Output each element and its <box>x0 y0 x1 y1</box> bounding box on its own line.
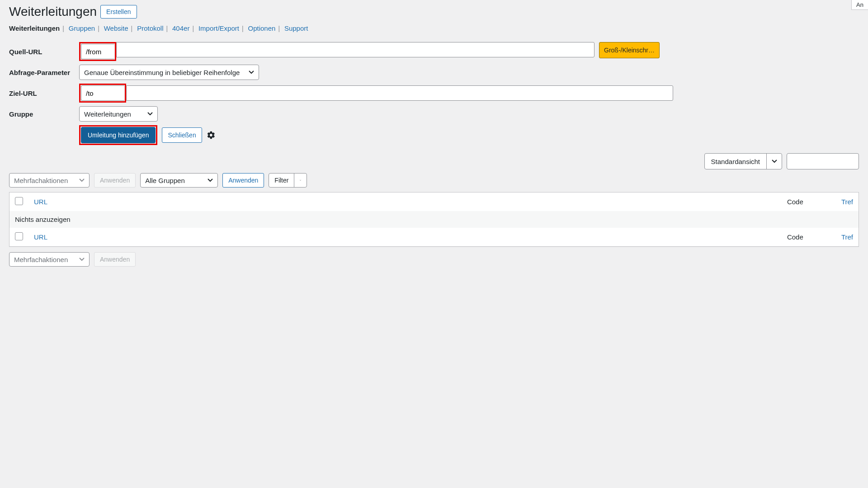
bulk-apply-button[interactable]: Anwenden <box>94 173 136 188</box>
gear-icon[interactable] <box>207 131 216 140</box>
group-filter-apply-button[interactable]: Anwenden <box>222 173 264 188</box>
separator: | <box>278 25 280 32</box>
group-select[interactable]: Weiterleitungen <box>79 106 158 122</box>
tab-website[interactable]: Website <box>104 24 128 32</box>
chevron-down-icon <box>249 70 254 74</box>
select-all-checkbox-foot[interactable] <box>15 232 23 240</box>
separator: | <box>62 25 64 32</box>
source-url-input-cont[interactable] <box>116 42 594 57</box>
bulk-actions-select[interactable]: Mehrfachaktionen <box>9 173 90 188</box>
page-title: Weiterleitungen <box>9 5 97 19</box>
view-label: Standardansicht <box>705 154 766 169</box>
search-input[interactable] <box>787 153 859 169</box>
chevron-down-icon <box>208 178 213 182</box>
col-url-footer[interactable]: URL <box>34 233 47 241</box>
query-param-label: Abfrage-Parameter <box>9 63 79 82</box>
col-code-header: Code <box>787 198 803 206</box>
query-param-value: Genaue Übereinstimmung in beliebiger Rei… <box>84 69 240 76</box>
bulk-apply-button-bottom[interactable]: Anwenden <box>94 252 136 267</box>
query-param-select[interactable]: Genaue Übereinstimmung in beliebiger Rei… <box>79 65 259 80</box>
tab-options[interactable]: Optionen <box>248 24 276 32</box>
table-empty-text: Nichts anzuzeigen <box>9 211 859 228</box>
tab-support[interactable]: Support <box>284 24 308 32</box>
create-button[interactable]: Erstellen <box>100 5 137 19</box>
group-value: Weiterleitungen <box>84 110 131 118</box>
table-empty-row: Nichts anzuzeigen <box>9 211 859 228</box>
chevron-down-icon[interactable] <box>766 154 782 169</box>
group-filter-select[interactable]: Alle Gruppen <box>140 173 218 188</box>
tab-groups[interactable]: Gruppen <box>69 24 95 32</box>
add-redirect-button[interactable]: Umleitung hinzufügen <box>81 127 156 143</box>
bulk-actions-select-bottom[interactable]: Mehrfachaktionen <box>9 252 90 267</box>
col-hits-footer[interactable]: Tref <box>841 233 853 241</box>
bulk-actions-label: Mehrfachaktionen <box>14 177 68 184</box>
filter-label: Filter <box>269 174 294 187</box>
tab-protocol[interactable]: Protokoll <box>137 24 163 32</box>
separator: | <box>192 25 194 32</box>
view-select[interactable]: Standardansicht <box>704 153 782 169</box>
tab-404[interactable]: 404er <box>172 24 189 32</box>
target-url-input-cont[interactable] <box>126 85 673 101</box>
col-code-footer: Code <box>787 233 803 241</box>
separator: | <box>98 25 99 32</box>
chevron-down-icon <box>79 178 85 182</box>
filter-button[interactable]: Filter <box>269 173 307 188</box>
separator: | <box>131 25 133 32</box>
tab-bar: Weiterleitungen| Gruppen| Website| Proto… <box>9 24 859 32</box>
col-hits-header[interactable]: Tref <box>841 198 853 206</box>
group-filter-value: Alle Gruppen <box>145 177 185 184</box>
target-url-label: Ziel-URL <box>9 82 79 104</box>
source-url-input[interactable] <box>81 44 114 59</box>
highlight-target-url <box>79 84 126 103</box>
chevron-down-icon[interactable] <box>294 174 307 187</box>
highlight-source-url <box>79 42 116 61</box>
case-toggle-button[interactable]: Groß-/Kleinschr… <box>599 42 660 58</box>
target-url-input[interactable] <box>81 85 124 101</box>
group-label: Gruppe <box>9 104 79 123</box>
select-all-checkbox[interactable] <box>15 197 23 205</box>
chevron-down-icon <box>79 258 85 261</box>
data-table: URL Code Tref Nichts anzuzeigen URL Code… <box>9 192 859 247</box>
tab-import-export[interactable]: Import/Export <box>198 24 239 32</box>
chevron-down-icon <box>147 112 153 116</box>
close-button[interactable]: Schließen <box>162 127 202 143</box>
bulk-actions-label-bottom: Mehrfachaktionen <box>14 256 68 263</box>
separator: | <box>166 25 168 32</box>
screen-options-button[interactable]: An <box>851 0 868 10</box>
separator: | <box>242 25 244 32</box>
col-url-header[interactable]: URL <box>34 198 47 206</box>
tab-redirects[interactable]: Weiterleitungen <box>9 24 60 32</box>
highlight-add-redirect: Umleitung hinzufügen <box>79 125 157 145</box>
source-url-label: Quell-URL <box>9 40 79 63</box>
